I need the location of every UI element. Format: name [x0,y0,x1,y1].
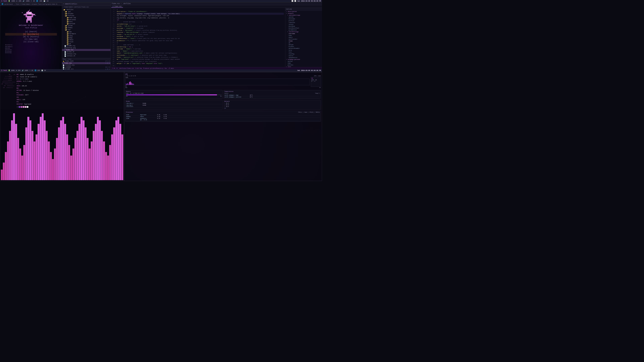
disks-title: Disks [126,101,222,102]
net-up: ↑ 36.0 [224,103,320,104]
tree-patches-label: patches [68,13,74,14]
outline-bootmode[interactable]: bootMode [285,25,322,27]
qb-closetab-item[interactable]: [x] [Close tab] [5,40,57,43]
code-area[interactable]: { description = "Flake of LibrePhoenix";… [116,8,285,67]
qutebrowser-window: 🌐 qutebrowser — file:///home/emmet/.brow… [0,2,62,69]
outline-email[interactable]: email [285,36,322,38]
cpu-min-label: 0 : 0 [312,81,320,82]
tree-personal-label: personal [69,19,76,21]
network-box: Network ↑ 36.0 ↓ 54.0 ↑ 10.5 0% [224,100,321,110]
file-readmeorg[interactable]: 📄 README.org 4.06 K [62,68,110,69]
brightness2: ☀ 25 [30,69,33,71]
tree-dotfiles[interactable]: ▾📁 .dotfiles [62,9,110,11]
outline-fontpkg[interactable]: fontPkg [285,53,322,55]
tree-readme[interactable]: 📄 README.org [62,45,110,47]
cpu-bar [133,84,134,85]
bm-documents[interactable]: documents [5,46,57,47]
outline-systemsettings[interactable]: ▾ systemSettings [285,14,322,16]
outline-spawneditor[interactable]: spawnEditor [285,57,322,58]
tree-wm[interactable]: ▸📁 wm [62,43,110,45]
outline-hostname[interactable]: hostname [285,18,322,20]
proc-cpu-2: 0.28 [154,116,160,117]
tree-work[interactable]: ▸📁 work [62,21,110,23]
file-flakenix[interactable]: ❄ flake.nix 2.26 K [62,62,110,64]
tree-worklab[interactable]: ▸📁 worklab [62,23,110,25]
tree-themes[interactable]: ▸📁 themes [62,27,110,29]
tree-homelab[interactable]: ▸📁 home lab [62,17,110,19]
bm-external[interactable]: External [5,52,57,53]
outline-description[interactable]: ▾ description [285,10,322,12]
folder-icon-hardware: ▸📁 [66,33,68,35]
outline-name[interactable]: name [285,34,322,36]
outline-np-system[interactable]: system [285,60,322,62]
outline-profile[interactable]: profile [285,20,322,22]
tree-shell[interactable]: ▸📁 shell [62,39,110,41]
tree-profiles[interactable]: ▾📁 profiles [62,15,110,17]
cpu-bar [126,84,126,85]
outline-locale[interactable]: locale [285,23,322,25]
outline-dotfilesdir[interactable]: dotfilesDir [285,38,322,40]
tree-profiles-label: profiles [68,15,74,16]
tree-hardensh[interactable]: 📄 harden.sh [62,51,110,53]
outline-wm[interactable]: wm [285,42,322,44]
bm-archives[interactable]: Archives [5,50,57,52]
tree-personal[interactable]: ▸📁 personal [62,19,110,21]
mem-temp-row: Memory RAM: 95 5.7GiB 8/2.0iB 0%0s Tempe… [125,90,321,99]
tree-installorg[interactable]: 📄 install.org [62,53,110,55]
mem-fill [126,94,217,95]
tree-pkgs[interactable]: ▸📁 pkgs [62,37,110,39]
outline-bootmountpath[interactable]: bootMountPath [285,27,322,29]
outline-wmtype[interactable]: wmType [285,44,322,45]
proc-pid-2: 550631 [126,116,140,117]
svg-rect-9 [24,14,26,15]
bm-pictures[interactable]: pictures [5,49,57,50]
tree-app[interactable]: ▸📁 app [62,31,110,33]
tree-git-label: .git [68,11,71,12]
outline-system[interactable]: system [285,16,322,18]
bm-movies[interactable]: movies [5,47,57,49]
outline-nixpkgspatched[interactable]: ▾ nixpkgs-patched [285,58,322,60]
outline-grubdevice[interactable]: grubDevice [285,29,322,31]
file-license[interactable]: 📄 LICENSE 34.2 K [62,66,110,68]
net-down: ↓ 54.0 [224,104,320,106]
qb-history-item[interactable]: [$] h] [History] [5,35,57,38]
tree-desktop[interactable]: 🖼 desktop.png [62,47,110,49]
outline-outputs[interactable]: ▾ outputs [285,12,322,14]
outline-timezone[interactable]: timezone [285,22,322,23]
tree-flakenix[interactable]: ❄ flake.nix [62,49,110,51]
editor-area: ⚡ emmetFireFlix: ~/home/emmet/.dotfiles/… [62,2,322,69]
line-numbers: 12345 678910 1112131415 1617181920 21222… [111,8,116,67]
tree-installsh[interactable]: 📄 install.sh [62,55,110,57]
file-license-name: LICENSE [65,66,71,68]
tree-system[interactable]: ▸📁 system [62,25,110,27]
tree-hardware[interactable]: ▸📁 hardware [62,33,110,35]
tree-patches[interactable]: ▸📁 patches [62,13,110,15]
outline-username[interactable]: username [285,33,322,34]
tree-style[interactable]: ▸📁 style [62,41,110,43]
outline-usersettings[interactable]: ▾ userSettings [285,31,322,33]
outline-font[interactable]: font [285,51,322,53]
file-installorg[interactable]: 📄 install.org [62,64,110,66]
file-flakelock[interactable]: 🔒 flake.lock 27.5 K [62,60,110,62]
tree-app-label: app [69,31,72,33]
proc-mem-3: 0.1% [161,118,167,120]
qb-quickmarks-item[interactable]: [b] [Quickmarks] [5,33,57,35]
outline-defaultroamdir[interactable]: defaultRoamDir [285,47,322,49]
outline-pkgs[interactable]: ▾ pkgs [285,66,322,67]
outline-theme[interactable]: theme [285,40,322,42]
qb-newtab-item[interactable]: [t] [New tab] [5,38,57,40]
outline-editor[interactable]: editor [285,55,322,57]
qb-search-item[interactable]: [o] [Search] [5,30,57,33]
outline-term[interactable]: term [285,49,322,51]
file-list-header: Name / Size [62,58,110,60]
outline-np-patches[interactable]: patches [285,64,322,66]
viz-bar-31 [64,124,66,180]
proc-mem-2: 0.7% [161,116,167,117]
outline-browser[interactable]: browser [285,45,322,47]
tree-git[interactable]: ▸📁 .git [62,11,110,13]
viz-bar-1 [3,163,5,180]
outline-np-name[interactable]: name [285,62,322,64]
tree-user[interactable]: ▾📁 user [62,29,110,31]
tab-flakenix[interactable]: ❄ flake.nix [111,5,123,8]
tree-lang[interactable]: ▸📁 lang [62,35,110,37]
